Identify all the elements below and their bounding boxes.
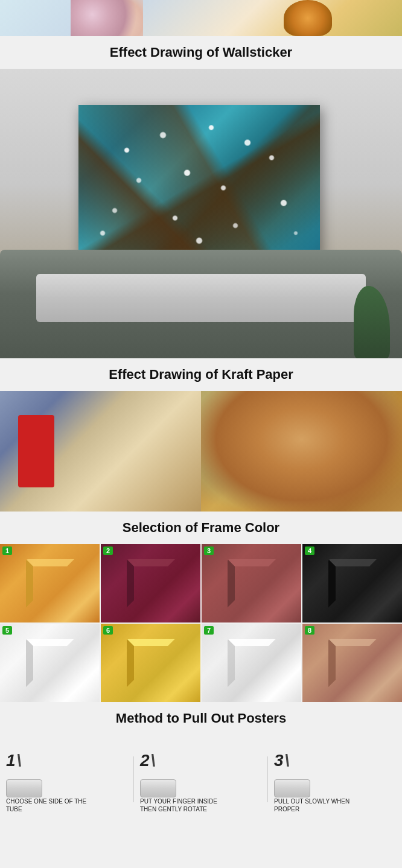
frame-section: Selection of Frame Color 1 2 3 4: [0, 512, 402, 702]
step-2-text: PUT YOUR FINGER INSIDE THEN GENTLY ROTAT…: [140, 797, 262, 813]
step-1-slash: \: [17, 752, 22, 769]
step-3-icon-area: 3 \: [274, 746, 396, 776]
frame-corner-1: [26, 559, 74, 607]
tube-icon-3: [274, 779, 310, 797]
frame-number-5: 5: [2, 626, 12, 635]
method-step-3: 3 \ PULL OUT SLOWLY WHEN PROPER: [268, 741, 402, 818]
frame-grid: 1 2 3 4 5: [0, 544, 402, 702]
kraft-right-image: [201, 391, 402, 512]
step-1-number: 1 \: [6, 752, 21, 769]
frame-item-3: 3: [202, 544, 301, 622]
step-2-line1: PUT YOUR FINGER INSIDE: [140, 797, 262, 805]
painting-blossoms: [78, 105, 320, 256]
step-3-slash: \: [285, 752, 290, 769]
step-3-number: 3 \: [274, 752, 289, 769]
method-step-1: 1 \ CHOOSE ONE SIDE OF THE TUBE: [0, 741, 134, 818]
kraft-left-image: [0, 391, 201, 512]
step-2-line2: THEN GENTLY ROTATE: [140, 805, 262, 813]
flower-decoration: [71, 0, 143, 36]
frame-corner-8: [328, 639, 377, 687]
frame-item-5: 5: [0, 624, 100, 702]
frame-corner-2: [127, 559, 175, 607]
tube-icon-2: [140, 779, 176, 797]
wallsticker-section: Effect Drawing of Wallsticker: [0, 36, 402, 358]
frame-number-2: 2: [103, 546, 113, 555]
wallsticker-image: [0, 69, 402, 358]
step-1-text: CHOOSE ONE SIDE OF THE TUBE: [6, 797, 128, 813]
sofa-cushions: [36, 274, 366, 322]
frame-number-1: 1: [2, 546, 12, 555]
step-3-line1: PULL OUT SLOWLY WHEN: [274, 797, 396, 805]
frame-number-7: 7: [204, 626, 214, 635]
frame-item-2: 2: [101, 544, 200, 622]
step-1-icon-area: 1 \: [6, 746, 128, 776]
frame-corner-5: [26, 639, 74, 687]
frame-item-1: 1: [0, 544, 100, 622]
room-background: [0, 69, 402, 358]
frame-number-3: 3: [204, 546, 214, 555]
almond-blossom-painting: [78, 105, 320, 256]
frame-item-4: 4: [302, 544, 402, 622]
kraft-section: Effect Drawing of Kraft Paper: [0, 358, 402, 512]
frame-item-8: 8: [302, 624, 402, 702]
wallsticker-title: Effect Drawing of Wallsticker: [0, 36, 402, 69]
frame-corner-3: [228, 559, 276, 607]
frame-corner-4: [328, 559, 377, 607]
orange-decoration: [284, 0, 332, 36]
method-step-2: 2 \ PUT YOUR FINGER INSIDE THEN GENTLY R…: [134, 741, 268, 818]
van-gogh-portrait: [201, 391, 402, 512]
frame-number-8: 8: [305, 626, 314, 635]
frame-item-6: 6: [101, 624, 200, 702]
phone-box-icon: [18, 415, 54, 487]
step-1-line1: CHOOSE ONE SIDE OF THE: [6, 797, 128, 805]
frame-number-4: 4: [305, 546, 314, 555]
kraft-title: Effect Drawing of Kraft Paper: [0, 358, 402, 391]
frame-item-7: 7: [202, 624, 301, 702]
step-2-slash: \: [151, 752, 156, 769]
step-3-text: PULL OUT SLOWLY WHEN PROPER: [274, 797, 396, 813]
step-1-line2: TUBE: [6, 805, 128, 813]
tube-icon-1: [6, 779, 42, 797]
step-2-icon-area: 2 \: [140, 746, 262, 776]
top-decorative-strip: [0, 0, 402, 36]
method-section: Method to Pull Out Posters 1 \ CHOOSE ON…: [0, 702, 402, 824]
kraft-images: [0, 391, 402, 512]
step-3-line2: PROPER: [274, 805, 396, 813]
frame-corner-7: [228, 639, 276, 687]
method-title: Method to Pull Out Posters: [0, 702, 402, 735]
method-steps: 1 \ CHOOSE ONE SIDE OF THE TUBE 2 \ PUT: [0, 735, 402, 818]
frame-number-6: 6: [103, 626, 113, 635]
frame-corner-6: [127, 639, 175, 687]
sofa-area: [0, 238, 402, 358]
step-2-number: 2 \: [140, 752, 155, 769]
frame-title: Selection of Frame Color: [0, 512, 402, 544]
